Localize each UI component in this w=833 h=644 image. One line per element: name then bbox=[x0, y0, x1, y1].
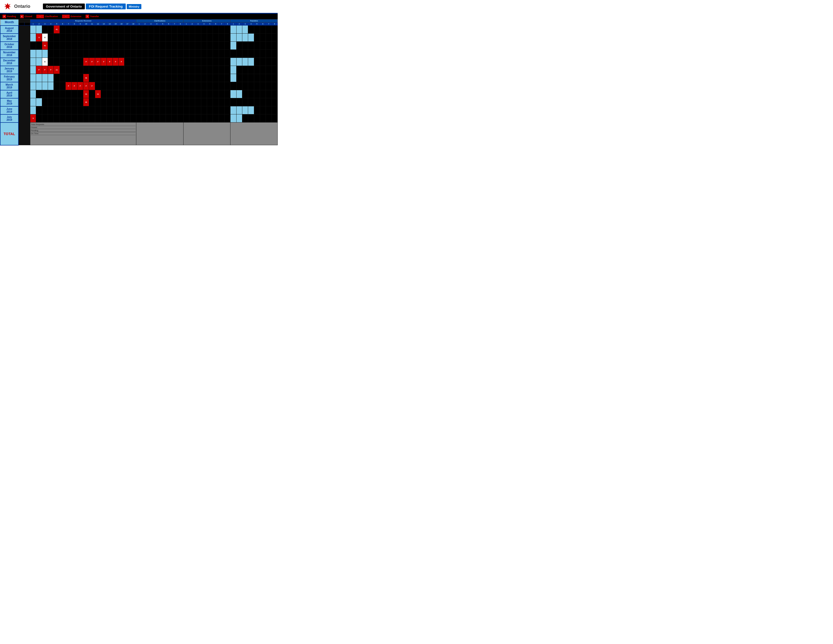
t2-oct bbox=[236, 42, 242, 50]
r13-jun bbox=[101, 106, 107, 114]
r18-aug bbox=[130, 26, 136, 34]
r11-jun bbox=[89, 106, 95, 114]
r6-mar bbox=[60, 82, 65, 90]
t3-apr bbox=[242, 90, 248, 98]
r17-oct bbox=[124, 42, 130, 50]
total-d1 bbox=[18, 122, 24, 145]
sh-e1: 1 bbox=[183, 23, 189, 26]
c4-sep bbox=[154, 34, 160, 42]
e3-oct bbox=[195, 42, 201, 50]
r8-dec bbox=[71, 58, 77, 66]
t7-aug bbox=[266, 26, 272, 34]
e6-jan bbox=[213, 66, 219, 74]
r15-jul bbox=[113, 114, 118, 122]
r18-feb bbox=[130, 74, 136, 82]
c7-aug bbox=[172, 26, 177, 34]
legend-transfer: T Transfer bbox=[85, 14, 99, 18]
r15-feb bbox=[113, 74, 118, 82]
t1-may bbox=[230, 98, 236, 106]
sh-c5: 5 bbox=[160, 23, 166, 26]
month-mar-2019: March2019 bbox=[0, 82, 18, 90]
e8-jul bbox=[224, 114, 230, 122]
c1-apr bbox=[136, 90, 142, 98]
r12-jan bbox=[95, 66, 101, 74]
r2-feb bbox=[36, 74, 42, 82]
c6-aug bbox=[166, 26, 171, 34]
c3-mar bbox=[148, 82, 154, 90]
t7-apr bbox=[266, 90, 272, 98]
sh-15: 15 bbox=[113, 23, 118, 26]
r12-sep bbox=[95, 34, 101, 42]
row-aug-2018: August2018 41 bbox=[0, 26, 278, 34]
sh-e8: 8 bbox=[224, 23, 230, 26]
r1-jun bbox=[30, 106, 36, 114]
month-jan-2019: January2019 bbox=[0, 66, 18, 74]
r8-jun bbox=[71, 106, 77, 114]
r14-dec: F bbox=[107, 58, 113, 66]
group-header-1: Requests Received bbox=[30, 19, 136, 23]
c7-sep bbox=[172, 34, 177, 42]
c5-oct bbox=[160, 42, 166, 50]
c2-dec bbox=[142, 58, 148, 66]
sh-c7: 7 bbox=[172, 23, 177, 26]
r8-feb bbox=[71, 74, 77, 82]
c2-jul bbox=[142, 114, 148, 122]
r11-mar: F bbox=[89, 82, 95, 90]
header: Ontario Government of Ontario FOI Reques… bbox=[0, 0, 278, 14]
c2-jun bbox=[142, 106, 148, 114]
e4-may bbox=[201, 98, 207, 106]
e5-feb bbox=[207, 74, 213, 82]
t4-jul bbox=[248, 114, 254, 122]
c7-jun bbox=[172, 106, 177, 114]
r18-mar bbox=[130, 82, 136, 90]
r6-jan bbox=[60, 66, 65, 74]
e1-dec bbox=[183, 58, 189, 66]
c2-aug bbox=[142, 26, 148, 34]
r16-jan bbox=[119, 66, 124, 74]
t7-sep bbox=[266, 34, 272, 42]
r15-may bbox=[113, 98, 118, 106]
e1-oct bbox=[183, 42, 189, 50]
title-part1: Government of Ontario bbox=[43, 3, 85, 9]
c3-jun bbox=[148, 106, 154, 114]
e1-nov bbox=[183, 50, 189, 58]
r8-jan bbox=[71, 66, 77, 74]
r6-sep bbox=[60, 34, 65, 42]
empty-col1 bbox=[18, 19, 30, 23]
r4-sep bbox=[48, 34, 54, 42]
r8-apr bbox=[71, 90, 77, 98]
r4-may bbox=[48, 98, 54, 106]
e3-jun bbox=[195, 106, 201, 114]
c6-dec bbox=[166, 58, 171, 66]
c1-jul bbox=[136, 114, 142, 122]
month-nov-2018: November2018 bbox=[0, 50, 18, 58]
sh-4: 4 bbox=[48, 23, 54, 26]
sh-10: 10 bbox=[83, 23, 89, 26]
r13-sep bbox=[101, 34, 107, 42]
legend-transfer-label: Transfer bbox=[90, 15, 99, 18]
e6-nov bbox=[213, 50, 219, 58]
title-part3: Ministry bbox=[127, 4, 142, 9]
e8-sep bbox=[224, 34, 230, 42]
t7-jun bbox=[266, 106, 272, 114]
r5-jul bbox=[54, 114, 60, 122]
e2-mar bbox=[189, 82, 195, 90]
r6-apr bbox=[60, 90, 65, 98]
c2-nov bbox=[142, 50, 148, 58]
r10-jan bbox=[83, 66, 89, 74]
t3-feb bbox=[242, 74, 248, 82]
c5-feb bbox=[160, 74, 166, 82]
c3-nov bbox=[148, 50, 154, 58]
t8-may bbox=[272, 98, 277, 106]
t8-sep bbox=[272, 34, 277, 42]
t7-may bbox=[266, 98, 272, 106]
e1-jul bbox=[183, 114, 189, 122]
d2-apr bbox=[24, 90, 30, 98]
r16-aug bbox=[119, 26, 124, 34]
t2-jul bbox=[236, 114, 242, 122]
r15-jun bbox=[113, 106, 118, 114]
r5-apr bbox=[54, 90, 60, 98]
e2-aug bbox=[189, 26, 195, 34]
row-jun-2019: June2019 bbox=[0, 106, 278, 114]
r4-jan: F bbox=[48, 66, 54, 74]
